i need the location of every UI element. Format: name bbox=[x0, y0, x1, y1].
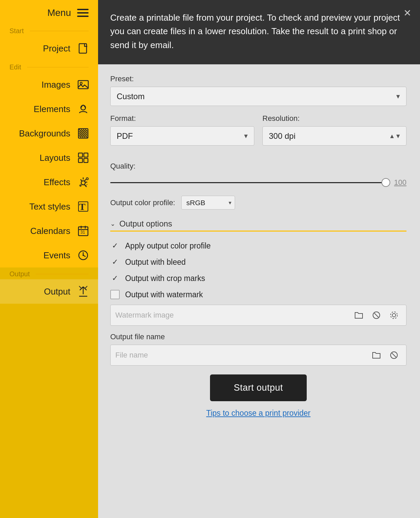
quality-slider-track bbox=[110, 182, 389, 183]
tips-link[interactable]: Tips to choose a print provider bbox=[206, 409, 311, 417]
quality-label: Quality: bbox=[110, 162, 136, 171]
sidebar-item-elements[interactable]: Elements bbox=[0, 97, 98, 121]
svg-rect-1 bbox=[78, 81, 88, 89]
section-label-output: Output bbox=[0, 267, 98, 279]
events-icon bbox=[76, 248, 91, 263]
svg-point-44 bbox=[392, 314, 396, 317]
svg-point-35 bbox=[83, 255, 84, 256]
sidebar-item-text-styles[interactable]: Text styles T bbox=[0, 194, 98, 219]
srgb-wrapper: sRGB CMYK Adobe RGB ▼ bbox=[181, 196, 235, 210]
effects-icon bbox=[76, 175, 91, 190]
sidebar-item-backgrounds[interactable]: Backgrounds bbox=[0, 121, 98, 146]
svg-line-41 bbox=[85, 286, 87, 288]
effects-label: Effects bbox=[44, 177, 70, 188]
svg-point-23 bbox=[86, 178, 88, 180]
watermark-label: Output with watermark bbox=[125, 290, 203, 299]
svg-line-43 bbox=[374, 313, 378, 317]
watermark-clear-button[interactable] bbox=[369, 309, 384, 321]
layouts-label: Layouts bbox=[40, 153, 70, 163]
calendars-label: Calendars bbox=[30, 226, 70, 236]
svg-line-9 bbox=[79, 135, 81, 137]
start-output-button[interactable]: Start output bbox=[210, 374, 307, 401]
checkbox-row-bleed: ✓ Output with bleed bbox=[110, 254, 406, 270]
menu-label: Menu bbox=[47, 7, 71, 18]
svg-line-8 bbox=[79, 133, 83, 137]
apply-color-label: Apply output color profile bbox=[125, 241, 211, 251]
backgrounds-label: Backgrounds bbox=[19, 128, 70, 139]
output-options-header[interactable]: ⌄ Output options bbox=[110, 219, 406, 229]
svg-rect-14 bbox=[78, 158, 83, 163]
svg-text:31: 31 bbox=[80, 230, 85, 235]
svg-rect-15 bbox=[84, 158, 88, 163]
sidebar-item-output[interactable]: Output bbox=[0, 279, 98, 304]
svg-point-2 bbox=[80, 82, 82, 84]
format-select[interactable]: PDF JPG PNG TIFF bbox=[110, 126, 254, 146]
apply-color-checkmark: ✓ bbox=[110, 241, 120, 251]
section-label-edit: Edit bbox=[0, 61, 98, 72]
bleed-checkmark: ✓ bbox=[110, 257, 120, 267]
resolution-select[interactable]: 72 dpi 150 dpi 300 dpi 600 dpi bbox=[262, 126, 406, 146]
layouts-icon bbox=[76, 150, 91, 165]
elements-label: Elements bbox=[34, 104, 70, 114]
watermark-input-row: Watermark image bbox=[110, 305, 406, 326]
quality-slider-container bbox=[110, 177, 389, 188]
elements-icon bbox=[76, 102, 91, 116]
crop-marks-checkmark: ✓ bbox=[110, 274, 120, 283]
format-resolution-row: Format: PDF JPG PNG TIFF ▼ Resolution: 7… bbox=[110, 114, 406, 154]
sidebar: Menu Start Project Edit Images Elements bbox=[0, 0, 98, 518]
watermark-placeholder: Watermark image bbox=[115, 311, 349, 320]
quality-row: Quality: 100 bbox=[110, 162, 406, 188]
watermark-folder-button[interactable] bbox=[351, 309, 366, 321]
sidebar-item-events[interactable]: Events bbox=[0, 243, 98, 267]
file-name-label: Output file name bbox=[110, 332, 406, 341]
text-styles-icon: T bbox=[76, 199, 91, 214]
file-name-placeholder: File name bbox=[115, 351, 366, 360]
sidebar-item-effects[interactable]: Effects bbox=[0, 170, 98, 194]
events-label: Events bbox=[44, 250, 71, 261]
info-banner-text: Create a printable file from your projec… bbox=[110, 11, 406, 52]
color-profile-select[interactable]: sRGB CMYK Adobe RGB bbox=[181, 196, 235, 210]
svg-line-40 bbox=[79, 286, 81, 288]
filename-clear-button[interactable] bbox=[387, 349, 401, 361]
preset-wrapper: Custom Standard High Quality Low Resolut… bbox=[110, 87, 406, 106]
svg-rect-12 bbox=[78, 153, 83, 157]
svg-rect-13 bbox=[84, 153, 88, 157]
output-options-label: Output options bbox=[119, 219, 172, 229]
color-profile-label: Output color profile: bbox=[110, 198, 175, 207]
watermark-checkbox[interactable] bbox=[110, 290, 120, 299]
file-name-section: Output file name File name bbox=[110, 332, 406, 366]
checkbox-row-watermark: Output with watermark bbox=[110, 286, 406, 303]
svg-rect-0 bbox=[79, 44, 87, 53]
format-label: Format: bbox=[110, 114, 254, 123]
preset-select[interactable]: Custom Standard High Quality Low Resolut… bbox=[110, 87, 406, 106]
project-label: Project bbox=[43, 43, 70, 54]
main-content: Create a printable file from your projec… bbox=[98, 0, 420, 518]
backgrounds-icon bbox=[76, 126, 91, 141]
tips-link-container: Tips to choose a print provider bbox=[110, 409, 406, 418]
sidebar-item-project[interactable]: Project bbox=[0, 36, 98, 61]
resolution-wrapper: 72 dpi 150 dpi 300 dpi 600 dpi ▲▼ bbox=[262, 126, 406, 146]
preset-label: Preset: bbox=[110, 74, 406, 83]
watermark-settings-button[interactable] bbox=[387, 309, 401, 321]
filename-folder-button[interactable] bbox=[369, 349, 384, 361]
svg-point-45 bbox=[391, 312, 397, 319]
hamburger-icon[interactable] bbox=[77, 9, 89, 17]
images-label: Images bbox=[42, 80, 70, 90]
section-label-start: Start bbox=[0, 24, 98, 36]
sidebar-item-layouts[interactable]: Layouts bbox=[0, 146, 98, 170]
quality-header: Quality: bbox=[110, 162, 406, 174]
info-banner: Create a printable file from your projec… bbox=[98, 0, 420, 64]
sidebar-item-images[interactable]: Images bbox=[0, 72, 98, 97]
output-label: Output bbox=[44, 286, 70, 297]
checkbox-row-apply-color: ✓ Apply output color profile bbox=[110, 238, 406, 254]
sidebar-item-calendars[interactable]: Calendars 31 bbox=[0, 219, 98, 243]
svg-line-22 bbox=[86, 184, 87, 186]
file-name-input-row: File name bbox=[110, 345, 406, 366]
svg-line-10 bbox=[85, 129, 87, 131]
quality-slider-thumb bbox=[381, 178, 390, 187]
project-icon bbox=[76, 41, 91, 56]
close-button[interactable]: ✕ bbox=[401, 7, 413, 19]
output-options-section: ⌄ Output options ✓ Apply output color pr… bbox=[110, 219, 406, 326]
svg-line-19 bbox=[80, 179, 82, 181]
resolution-col: Resolution: 72 dpi 150 dpi 300 dpi 600 d… bbox=[262, 114, 406, 154]
